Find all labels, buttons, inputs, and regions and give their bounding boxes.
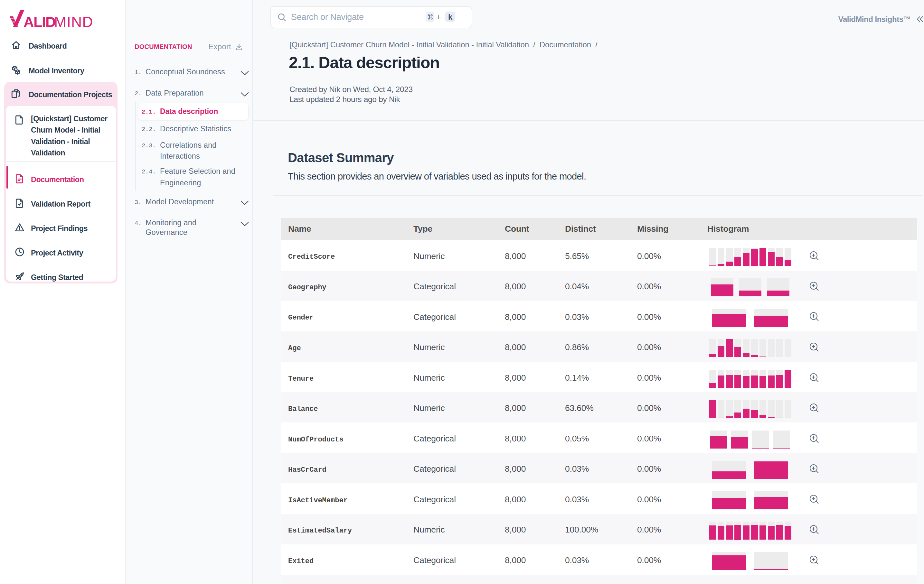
svg-text:ALID: ALID	[23, 14, 55, 30]
svg-text:MIND: MIND	[54, 13, 93, 30]
